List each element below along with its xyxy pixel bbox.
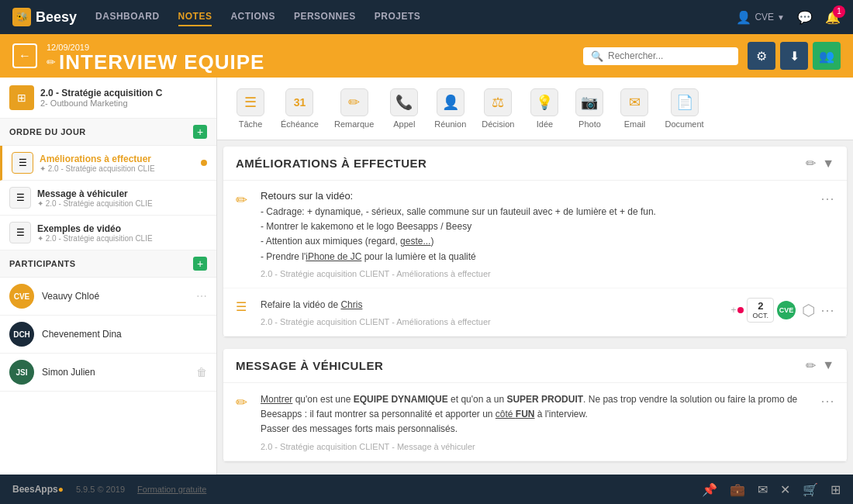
tool-document[interactable]: 📄 Document	[658, 84, 710, 133]
note-tag-2: 2.0 - Stratégie acquisition CLIENT - Amé…	[261, 317, 721, 326]
agenda-icon-3: ☰	[9, 222, 31, 243]
nav-dashboard[interactable]: DASHBOARD	[95, 8, 160, 26]
bottom-training-link[interactable]: Formation gratuite	[137, 485, 206, 494]
bottom-bar: BeesApps● 5.9.5 © 2019 Formation gratuit…	[0, 475, 853, 504]
agenda-icon-2: ☰	[9, 187, 31, 209]
agenda-sub-3: ✦ 2.0 - Stratégie acquisition CLIE	[37, 234, 207, 243]
add-participant-button[interactable]: +	[193, 257, 207, 271]
participant-2: DCH Chevenement Dina	[0, 316, 216, 354]
avatar-jsi: JSI	[9, 360, 34, 385]
header-title-wrap: 12/09/2019 ✏ INTERVIEW EQUIPE	[47, 40, 264, 72]
note-text-2: Refaire la vidéo de Chris	[261, 298, 721, 312]
search-input[interactable]	[608, 50, 730, 61]
agenda-section-header: ORDRE DU JOUR +	[0, 119, 216, 146]
email-label: Email	[624, 119, 646, 129]
idee-icon: 💡	[530, 88, 558, 116]
tool-reunion[interactable]: 👤 Réunion	[428, 84, 472, 133]
avatar-cve: CVE	[9, 284, 34, 309]
bottom-cart-icon[interactable]: 🛒	[803, 482, 818, 497]
tool-tache[interactable]: ☰ Tâche	[230, 84, 271, 133]
tool-idee[interactable]: 💡 Idée	[523, 84, 565, 133]
header-edit-icon: ✏	[47, 56, 56, 68]
date-badge: 2 OCT.	[747, 298, 774, 323]
filter-button[interactable]: ⚙	[748, 42, 775, 70]
sidebar: ⊞ 2.0 - Stratégie acquisition C 2- Outbo…	[0, 78, 217, 475]
note-title-1: Retours sur la vidéo:	[261, 190, 811, 202]
user-menu[interactable]: 👤 CVE ▼	[736, 10, 785, 25]
agenda-sub-1: ✦ 2.0 - Stratégie acquisition CLIE	[40, 164, 195, 173]
section-header-message: MESSAGE À VÉHICULER ✏ ▼	[223, 349, 847, 383]
appel-icon: 📞	[390, 88, 418, 116]
remarque-label: Remarque	[334, 119, 374, 129]
tool-appel[interactable]: 📞 Appel	[383, 84, 425, 133]
section-edit-icon-1[interactable]: ✏	[806, 156, 816, 171]
section-actions-1: ✏ ▼	[806, 156, 834, 171]
participant-1: CVE Veauvy Chloé ⋯	[0, 278, 216, 316]
decision-icon: ⚖	[484, 88, 512, 116]
toolbar: ☰ Tâche 31 Échéance ✏ Remarque 📞 Appel 👤…	[217, 78, 853, 140]
assignee-avatar: CVE	[777, 301, 796, 319]
echeance-label: Échéance	[281, 119, 319, 129]
user-icon: 👤	[736, 10, 751, 25]
bottom-version: 5.9.5 © 2019	[76, 485, 125, 494]
priority-dot	[737, 307, 744, 313]
bottom-briefcase-icon[interactable]: 💼	[730, 482, 745, 497]
tache-label: Tâche	[239, 119, 263, 129]
add-agenda-button[interactable]: +	[193, 125, 207, 139]
tool-email[interactable]: ✉ Email	[613, 84, 655, 133]
section-title-message: MESSAGE À VÉHICULER	[236, 359, 806, 372]
participant-name-1: Veauvy Chloé	[42, 291, 188, 302]
section-collapse-icon-1[interactable]: ▼	[822, 157, 834, 171]
content-area: ☰ Tâche 31 Échéance ✏ Remarque 📞 Appel 👤…	[217, 78, 853, 475]
section-edit-icon-2[interactable]: ✏	[806, 358, 816, 373]
notifications-btn[interactable]: 🔔 1	[825, 10, 841, 25]
decision-label: Décision	[482, 119, 514, 129]
back-button[interactable]: ←	[12, 43, 37, 68]
download-button[interactable]: ⬇	[780, 42, 808, 70]
remark-icon-3: ✏	[236, 394, 251, 451]
tool-remarque[interactable]: ✏ Remarque	[328, 84, 380, 133]
entry-menu-1[interactable]: ⋯	[820, 190, 834, 207]
tool-echeance[interactable]: 31 Échéance	[275, 84, 325, 133]
sidebar-project[interactable]: ⊞ 2.0 - Stratégie acquisition C 2- Outbo…	[0, 78, 216, 119]
section-collapse-icon-2[interactable]: ▼	[822, 358, 834, 372]
participant-name-2: Chevenement Dina	[42, 329, 207, 340]
project-name: 2.0 - Stratégie acquisition C	[40, 88, 207, 98]
agenda-item-ameliorations[interactable]: ☰ Améliorations à effectuer ✦ 2.0 - Stra…	[0, 146, 216, 181]
note-text-1: - Cadrage: + dynamique, - sérieux, salle…	[261, 205, 811, 264]
tool-photo[interactable]: 📷 Photo	[568, 84, 610, 133]
search-box[interactable]: 🔍	[583, 47, 738, 65]
tool-decision[interactable]: ⚖ Décision	[475, 84, 520, 133]
main-layout: ⊞ 2.0 - Stratégie acquisition C 2- Outbo…	[0, 78, 853, 475]
bottom-close-icon[interactable]: ✕	[780, 482, 790, 497]
entry-menu-3[interactable]: ⋯	[820, 392, 834, 409]
chat-icon-btn[interactable]: 💬	[797, 10, 813, 25]
avatar-dch: DCH	[9, 322, 34, 347]
bottom-mail-icon[interactable]: ✉	[758, 482, 768, 497]
agenda-sub-2: ✦ 2.0 - Stratégie acquisition CLIE	[37, 199, 207, 208]
project-icon: ⊞	[9, 85, 34, 110]
participant-delete-3[interactable]: 🗑	[196, 366, 207, 378]
note-entry-1: ✏ Retours sur la vidéo: - Cadrage: + dyn…	[223, 181, 847, 288]
search-icon: 🔍	[591, 50, 603, 62]
note-text-3: Montrer qu'on est une EQUIPE DYNAMIQUE e…	[261, 392, 811, 437]
section-header-ameliorations: AMÉLIORATIONS À EFFECTUER ✏ ▼	[223, 147, 847, 181]
participant-3: JSI Simon Julien 🗑	[0, 354, 216, 392]
bottom-grid-icon[interactable]: ⊞	[831, 482, 841, 497]
nav-notes[interactable]: NOTES	[178, 8, 212, 26]
idee-label: Idée	[537, 119, 553, 129]
nav-actions[interactable]: ACTIONS	[230, 8, 275, 26]
nav-personnes[interactable]: PERSONNES	[294, 8, 356, 26]
note-entry-3: ✏ Montrer qu'on est une EQUIPE DYNAMIQUE…	[223, 383, 847, 461]
note-section-message: MESSAGE À VÉHICULER ✏ ▼ ✏ Montrer qu'on …	[223, 349, 847, 461]
people-button[interactable]: 👥	[813, 42, 841, 70]
entry-menu-2[interactable]: ⋯	[820, 302, 834, 319]
remarque-icon: ✏	[340, 88, 368, 116]
agenda-item-message[interactable]: ☰ Message à véhiculer ✦ 2.0 - Stratégie …	[0, 181, 216, 216]
participant-action-1[interactable]: ⋯	[196, 290, 207, 302]
agenda-item-exemples[interactable]: ☰ Exemples de vidéo ✦ 2.0 - Stratégie ac…	[0, 216, 216, 250]
note-tag-1: 2.0 - Stratégie acquisition CLIENT - Amé…	[261, 269, 811, 278]
nav-projets[interactable]: PROJETS	[375, 8, 421, 26]
remark-icon-1: ✏	[236, 192, 251, 278]
bottom-pin-icon[interactable]: 📌	[702, 482, 717, 497]
